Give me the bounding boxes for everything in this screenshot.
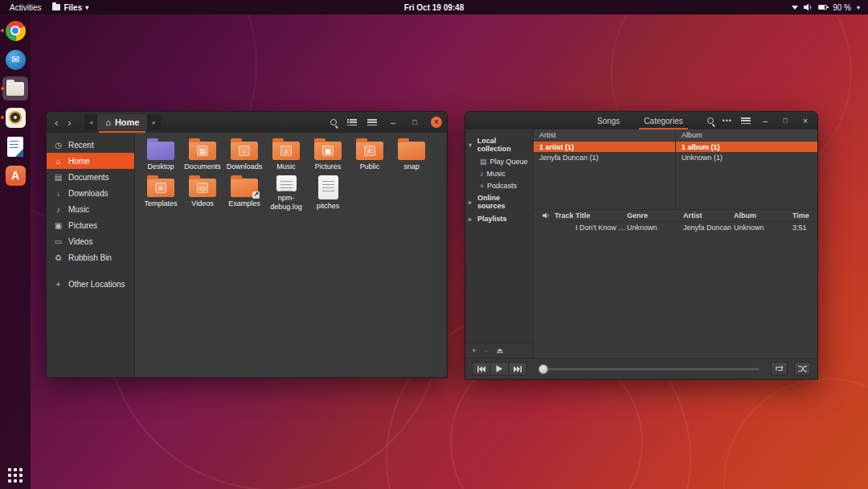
previous-button[interactable] (472, 362, 490, 376)
artist-row-all[interactable]: 1 artist (1) (534, 142, 675, 152)
sidebar-item-home[interactable]: ⌂Home (47, 153, 134, 169)
dock-item-files[interactable] (2, 76, 28, 101)
file-item-desktop[interactable]: Desktop (140, 137, 182, 174)
file-item-npm-debug-log[interactable]: npm-debug.log (265, 174, 307, 211)
track-artist: Jenyfa Duncan (683, 224, 734, 232)
sidebar-item-documents[interactable]: ▤Documents (47, 169, 134, 185)
app-menu[interactable]: Files ▾ (52, 3, 88, 12)
rhythmbox-icon (6, 108, 26, 128)
sidebar-item-videos[interactable]: ▭Videos (47, 233, 134, 249)
music-titlebar[interactable]: Songs Categories ••• – □ × (465, 112, 817, 129)
repeat-button[interactable] (771, 362, 788, 376)
list-view-icon[interactable] (347, 119, 357, 125)
path-next-icon[interactable]: ▸ (147, 118, 161, 126)
track-album: Unknown (734, 224, 792, 232)
section-online-sources[interactable]: ▸ Online sources (465, 191, 533, 212)
text-file-icon (318, 175, 338, 199)
download-emblem-icon: ↓ (239, 146, 250, 156)
sidebar-item-play-queue[interactable]: ▤Play Queue (465, 155, 533, 167)
menu-icon[interactable] (741, 117, 751, 124)
tab-categories[interactable]: Categories (639, 112, 687, 129)
expander-closed-icon[interactable]: ▸ (469, 199, 474, 206)
chevron-down-icon: ▾ (85, 4, 88, 11)
album-row[interactable]: Unknown (1) (676, 152, 817, 162)
close-button[interactable]: × (431, 117, 442, 128)
minimize-button[interactable]: – (760, 116, 771, 125)
show-applications-button[interactable] (8, 468, 23, 483)
activities-button[interactable]: Activities (6, 2, 44, 14)
file-item-templates[interactable]: ≡Templates (140, 174, 182, 211)
more-options-icon[interactable]: ••• (723, 117, 732, 125)
file-item-music[interactable]: ♪Music (265, 137, 307, 174)
minimize-button[interactable]: – (387, 117, 399, 127)
file-item-downloads[interactable]: ↓Downloads (223, 137, 265, 174)
dock-item-rhythmbox[interactable] (2, 105, 28, 129)
sidebar-item-pictures[interactable]: ▣Pictures (47, 217, 134, 233)
forward-button[interactable]: › (68, 117, 71, 129)
file-item-pictures[interactable]: ▣Pictures (307, 137, 349, 174)
close-button[interactable]: × (800, 116, 811, 125)
seek-knob[interactable] (538, 364, 548, 374)
add-button[interactable]: + (472, 347, 476, 355)
path-segment-home[interactable]: ⌂ Home (97, 114, 147, 130)
remove-button[interactable]: − (484, 347, 488, 355)
ubuntu-software-icon: A (6, 166, 26, 186)
file-item-public[interactable]: <Public (349, 137, 391, 174)
search-icon[interactable] (330, 119, 337, 125)
sidebar-item-downloads[interactable]: ↓Downloads (47, 185, 134, 201)
next-button[interactable] (509, 362, 527, 376)
album-row-all[interactable]: 1 album (1) (676, 142, 817, 152)
section-local-collection[interactable]: ▾ Local collection (465, 134, 533, 155)
clock[interactable]: Fri Oct 19 09:48 (404, 3, 464, 12)
battery-icon (818, 5, 827, 10)
file-item-pitches[interactable]: pitches (307, 174, 349, 211)
music-note-icon: ♪ (54, 205, 63, 214)
artist-column-header[interactable]: Artist (534, 129, 675, 142)
files-sidebar: ◷Recent ⌂Home ▤Documents ↓Downloads ♪Mus… (47, 133, 135, 377)
section-playlists[interactable]: ▸ Playlists (465, 212, 533, 225)
maximize-button[interactable]: □ (780, 117, 791, 125)
path-prev-icon[interactable]: ◂ (84, 118, 98, 126)
clock-icon: ◷ (54, 141, 63, 150)
tab-songs[interactable]: Songs (592, 112, 624, 129)
sidebar-item-rubbish-bin[interactable]: ♻Rubbish Bin (47, 249, 134, 265)
col-genre: Genre (627, 212, 683, 220)
shuffle-button[interactable] (794, 362, 811, 376)
track-row[interactable]: I Don't Know … Unknown Jenyfa Duncan Unk… (534, 222, 817, 233)
running-indicator (1, 29, 4, 32)
sidebar-item-music[interactable]: ♪Music (465, 167, 533, 179)
dock-item-chrome[interactable] (2, 18, 28, 43)
search-icon[interactable] (707, 117, 714, 124)
sidebar-item-podcasts[interactable]: »Podcasts (465, 179, 533, 191)
artist-row[interactable]: Jenyfa Duncan (1) (534, 152, 675, 162)
path-bar[interactable]: ◂ ⌂ Home ▸ (84, 114, 161, 130)
file-item-videos[interactable]: ▭Videos (182, 174, 223, 211)
sidebar-item-other-locations[interactable]: +Other Locations (47, 276, 134, 292)
music-note-icon: ♪ (480, 170, 484, 178)
music-main: Artist 1 artist (1) Jenyfa Duncan (1) Al… (534, 129, 817, 358)
sidebar-item-music[interactable]: ♪Music (47, 201, 134, 217)
sidebar-item-recent[interactable]: ◷Recent (47, 137, 134, 153)
image-emblem-icon: ▣ (322, 146, 334, 156)
menu-icon[interactable] (367, 119, 377, 125)
album-column-header[interactable]: Album (676, 129, 817, 142)
files-window: ‹ › ◂ ⌂ Home ▸ – □ × ◷Recen (46, 111, 448, 378)
dock-item-thunderbird[interactable]: ✉ (2, 47, 28, 72)
dock-item-libreoffice-writer[interactable] (2, 134, 28, 158)
system-indicators[interactable]: 90 % ▾ (792, 3, 868, 12)
file-item-snap[interactable]: snap (391, 137, 432, 174)
track-list-header[interactable]: Track Title Genre Artist Album Time (534, 210, 817, 222)
play-button[interactable] (490, 362, 509, 376)
seek-slider[interactable] (538, 364, 760, 375)
expander-closed-icon[interactable]: ▸ (469, 216, 474, 223)
file-item-documents[interactable]: ▤Documents (182, 137, 223, 174)
network-icon (792, 6, 798, 10)
eject-icon[interactable] (497, 348, 503, 354)
files-titlebar[interactable]: ‹ › ◂ ⌂ Home ▸ – □ × (47, 112, 447, 133)
maximize-button[interactable]: □ (409, 118, 420, 126)
files-icon (6, 82, 24, 96)
file-item-examples[interactable]: ↗Examples (223, 174, 265, 211)
dock-item-ubuntu-software[interactable]: A (2, 163, 28, 187)
expander-open-icon[interactable]: ▾ (469, 142, 474, 149)
back-button[interactable]: ‹ (55, 117, 58, 129)
